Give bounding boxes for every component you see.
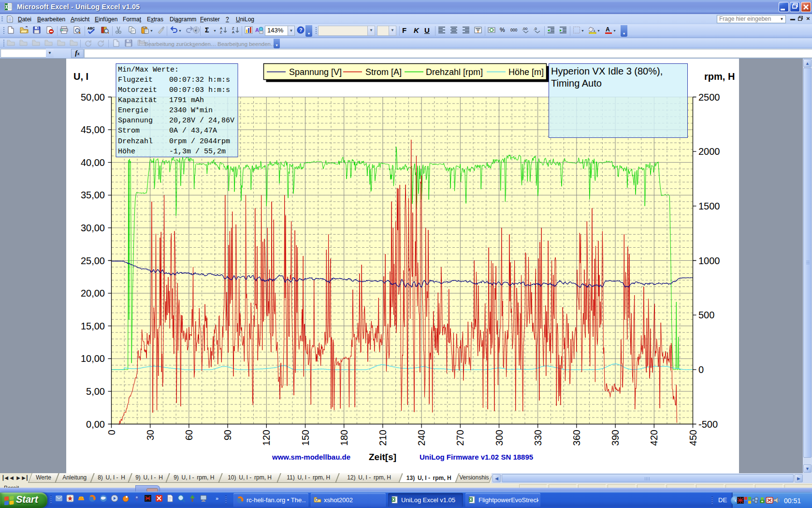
svg-text:-1,3m / 55,2m: -1,3m / 55,2m bbox=[169, 148, 226, 156]
svg-text:210: 210 bbox=[377, 430, 388, 446]
svg-text:0,00: 0,00 bbox=[86, 419, 105, 430]
svg-text:,00: ,00 bbox=[522, 27, 528, 31]
svg-text:www.sm-modellbau.de: www.sm-modellbau.de bbox=[272, 453, 350, 461]
svg-text:1500: 1500 bbox=[698, 201, 720, 211]
svg-text:Spannung [V]: Spannung [V] bbox=[289, 67, 342, 77]
svg-text:Z: Z bbox=[220, 30, 222, 34]
svg-text:0: 0 bbox=[106, 430, 117, 435]
svg-text:A: A bbox=[255, 27, 259, 33]
svg-text:2000: 2000 bbox=[698, 146, 720, 157]
svg-text:Strom: Strom bbox=[118, 127, 140, 135]
svg-text:0: 0 bbox=[698, 364, 704, 375]
svg-text:rpm, H: rpm, H bbox=[704, 71, 735, 82]
svg-text:1000: 1000 bbox=[698, 255, 720, 266]
svg-text:,0: ,0 bbox=[534, 27, 537, 31]
svg-text:Flugzeit: Flugzeit bbox=[118, 76, 153, 84]
svg-text:0A / 43,47A: 0A / 43,47A bbox=[169, 127, 217, 135]
svg-text:-500: -500 bbox=[698, 419, 718, 430]
svg-text:270: 270 bbox=[455, 430, 465, 446]
svg-text:180: 180 bbox=[339, 430, 349, 446]
svg-text:390: 390 bbox=[610, 430, 621, 446]
svg-text:500: 500 bbox=[698, 310, 714, 320]
svg-text:10,00: 10,00 bbox=[81, 353, 105, 364]
svg-text:00:07:03 h:m:s: 00:07:03 h:m:s bbox=[169, 86, 230, 94]
svg-text:45,00: 45,00 bbox=[81, 124, 105, 135]
svg-text:150: 150 bbox=[300, 430, 311, 446]
svg-text:Σ: Σ bbox=[205, 26, 209, 34]
svg-text:420: 420 bbox=[649, 430, 659, 446]
svg-text:20,00: 20,00 bbox=[81, 288, 105, 299]
svg-text:300: 300 bbox=[494, 430, 505, 446]
svg-text:A: A bbox=[232, 30, 234, 34]
svg-text:15,00: 15,00 bbox=[81, 321, 105, 331]
svg-text:35,00: 35,00 bbox=[81, 190, 105, 200]
svg-text:Strom [A]: Strom [A] bbox=[365, 67, 402, 77]
svg-text:330: 330 bbox=[533, 430, 543, 446]
svg-text:Zeit[s]: Zeit[s] bbox=[369, 452, 396, 462]
svg-text:240: 240 bbox=[416, 430, 427, 446]
svg-text:Drehzahl [rpm]: Drehzahl [rpm] bbox=[426, 67, 483, 77]
svg-text:30: 30 bbox=[145, 430, 156, 440]
svg-text:25,00: 25,00 bbox=[81, 255, 105, 266]
svg-text:5,00: 5,00 bbox=[86, 386, 105, 397]
svg-text:UniLog Firmware v1.02 SN 18895: UniLog Firmware v1.02 SN 18895 bbox=[420, 453, 533, 461]
svg-text:000: 000 bbox=[510, 28, 517, 32]
svg-text:0rpm / 2044rpm: 0rpm / 2044rpm bbox=[169, 137, 230, 146]
svg-text:00:07:32 h:m:s: 00:07:32 h:m:s bbox=[169, 76, 230, 84]
svg-text:%: % bbox=[500, 27, 505, 33]
svg-text:U, I: U, I bbox=[73, 71, 88, 82]
svg-text:Energie: Energie bbox=[118, 106, 148, 115]
svg-text:30,00: 30,00 bbox=[81, 223, 105, 233]
svg-text:Spannung: Spannung bbox=[118, 117, 153, 125]
svg-text:120: 120 bbox=[261, 430, 272, 446]
svg-text:Min/Max Werte:: Min/Max Werte: bbox=[118, 66, 179, 74]
svg-text:2340 W*min: 2340 W*min bbox=[169, 106, 213, 115]
svg-text:?: ? bbox=[299, 27, 303, 33]
svg-text:360: 360 bbox=[571, 430, 582, 446]
svg-text:450: 450 bbox=[688, 430, 698, 446]
svg-text:A: A bbox=[606, 26, 610, 33]
svg-text:60: 60 bbox=[184, 430, 194, 440]
svg-text:Hyperion VX Idle 3 (80%),: Hyperion VX Idle 3 (80%), bbox=[551, 66, 663, 76]
svg-text:Drehzahl: Drehzahl bbox=[118, 137, 153, 146]
svg-text:Timing Auto: Timing Auto bbox=[551, 78, 602, 89]
svg-text:20,28V / 24,86V: 20,28V / 24,86V bbox=[169, 117, 234, 125]
svg-text:2500: 2500 bbox=[698, 92, 720, 103]
svg-text:90: 90 bbox=[222, 430, 233, 440]
svg-text:Kapazität: Kapazität bbox=[118, 96, 157, 105]
svg-text:Höhe: Höhe bbox=[118, 148, 135, 156]
svg-text:Höhe [m]: Höhe [m] bbox=[508, 67, 544, 77]
svg-text:Motorzeit: Motorzeit bbox=[118, 86, 157, 94]
svg-text:50,00: 50,00 bbox=[81, 92, 105, 103]
svg-text:40,00: 40,00 bbox=[81, 157, 105, 168]
svg-text:1791 mAh: 1791 mAh bbox=[169, 96, 204, 105]
